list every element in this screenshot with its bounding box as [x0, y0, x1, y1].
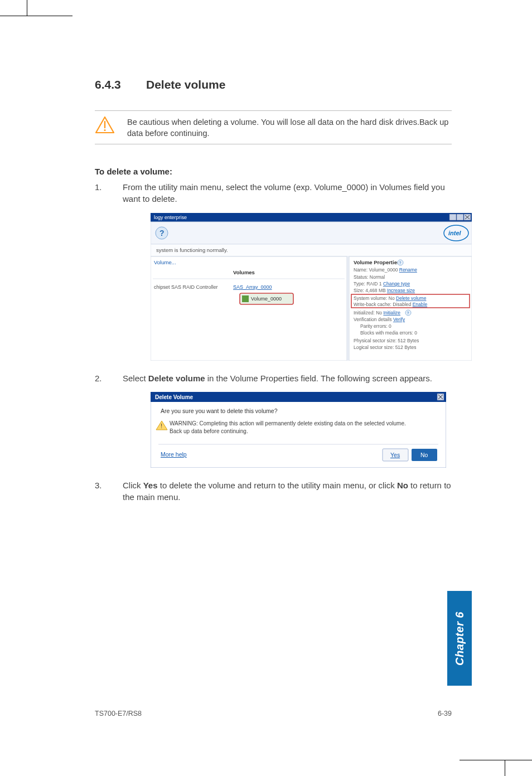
chapter-tab: Chapter 6	[447, 591, 472, 686]
screenshot-volume-properties: logy enterprise ? in	[151, 213, 452, 361]
volprops-header: Volume Properties	[354, 259, 400, 265]
step-text: Click Yes to delete the volume and retur…	[123, 481, 451, 502]
svg-rect-2	[151, 213, 472, 222]
page-footer: TS700-E7/RS8 6-39	[95, 710, 452, 717]
svg-text:Blocks with media errors: 0: Blocks with media errors: 0	[360, 330, 417, 336]
crop-mark	[505, 760, 505, 776]
intel-logo: intel	[448, 230, 462, 236]
svg-text:?: ?	[399, 261, 402, 265]
footer-page: 6-39	[438, 710, 452, 717]
footer-model: TS700-E7/RS8	[95, 710, 142, 717]
crop-mark	[460, 760, 532, 760]
svg-rect-3	[449, 214, 456, 220]
titlebar-text: logy enterprise	[154, 215, 187, 220]
svg-text:Verification details Verify: Verification details Verify	[354, 317, 405, 322]
no-button: No	[420, 452, 428, 458]
content-area: 6.4.3Delete volume Be cautious when dele…	[95, 78, 452, 511]
svg-rect-14	[347, 256, 349, 361]
more-help-link: More help	[161, 451, 187, 458]
screenshot-delete-dialog: Delete Volume Are you sure you want to d…	[151, 392, 452, 468]
section-number: 6.4.3	[95, 78, 146, 91]
status-row: system is functioning normally.	[156, 247, 228, 253]
dialog-question: Are you sure you want to delete this vol…	[161, 408, 278, 414]
step-text: From the utility main menu, select the v…	[123, 182, 445, 203]
dialog-title: Delete Volume	[155, 394, 194, 400]
section-title-text: Delete volume	[146, 78, 225, 91]
step-1: 1. From the utility main menu, select th…	[95, 182, 452, 360]
svg-rect-17	[242, 295, 249, 302]
svg-text:?: ?	[407, 311, 409, 315]
volumes-header: Volumes	[233, 269, 255, 275]
warning-text: Be cautious when deleting a volume. You …	[127, 116, 449, 139]
procedure-heading: To delete a volume:	[95, 167, 452, 176]
steps-list: 1. From the utility main menu, select th…	[95, 182, 452, 503]
yes-button: Yes	[390, 452, 400, 458]
step-number: 2.	[95, 373, 102, 385]
crop-mark	[27, 0, 27, 16]
help-icon: ?	[159, 229, 165, 237]
svg-text:Write-back cache: Disabled Ena: Write-back cache: Disabled Enable	[354, 302, 427, 307]
svg-text:Type: RAID 1 Change type: Type: RAID 1 Change type	[354, 281, 410, 287]
svg-text:Name: Volume_0000 Rename: Name: Volume_0000 Rename	[354, 267, 417, 273]
crop-mark	[0, 16, 72, 16]
svg-text:Parity errors: 0: Parity errors: 0	[360, 323, 391, 329]
warning-icon	[95, 116, 127, 134]
step-2: 2. Select Delete volume in the Volume Pr…	[95, 373, 452, 468]
step-number: 1.	[95, 182, 102, 193]
svg-rect-8	[151, 222, 472, 244]
svg-text:System volume: No Delete volum: System volume: No Delete volume	[354, 295, 427, 301]
chapter-tab-label: Chapter 6	[453, 612, 466, 666]
array-link: SAS_Array_0000	[233, 284, 272, 290]
svg-text:Size: 4,468 MB Increase size: Size: 4,468 MB Increase size	[354, 288, 415, 293]
step-text: Select Delete volume in the Volume Prope…	[123, 374, 432, 383]
warning-callout: Be cautious when deleting a volume. You …	[95, 110, 452, 144]
svg-text:Logical sector size: 512 Bytes: Logical sector size: 512 Bytes	[354, 345, 416, 350]
controller-label: chipset SAS RAID Controller	[154, 284, 218, 290]
step-number: 3.	[95, 480, 102, 492]
volume-item: Volume_0000	[251, 296, 282, 302]
svg-point-1	[104, 129, 105, 131]
dialog-warning: WARNING: Completing this action will per…	[170, 420, 406, 426]
svg-text:Status: Normal: Status: Normal	[354, 274, 385, 280]
svg-rect-4	[457, 214, 463, 220]
create-volume-link: Volume...	[154, 259, 176, 265]
step-3: 3. Click Yes to delete the volume and re…	[95, 480, 452, 503]
page: 6.4.3Delete volume Be cautious when dele…	[0, 0, 532, 776]
svg-text:Physical sector size: 512 Byte: Physical sector size: 512 Bytes	[354, 338, 419, 343]
svg-rect-36	[151, 392, 446, 402]
svg-text:Back up data before continuing: Back up data before continuing.	[170, 428, 248, 434]
svg-text:!: !	[161, 423, 162, 429]
svg-text:Initialized: No Initialize: Initialized: No Initialize	[354, 310, 400, 316]
section-heading: 6.4.3Delete volume	[95, 78, 452, 91]
